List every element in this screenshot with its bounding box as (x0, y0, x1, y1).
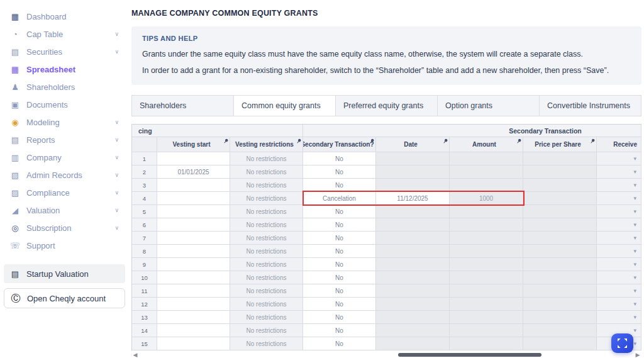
cell-price-per-share[interactable] (523, 232, 597, 245)
cell-receive-dropdown[interactable]: ▾ (597, 245, 641, 258)
cell-receive-dropdown[interactable]: ▾ (597, 311, 641, 324)
cell-date[interactable] (376, 284, 450, 298)
cell-vesting-start[interactable] (157, 205, 230, 218)
column-header-receive[interactable]: Receive (597, 137, 641, 152)
cell-receive-dropdown[interactable]: ▾ (597, 232, 641, 245)
cell-secondary-transaction[interactable]: No (303, 205, 376, 218)
cell-vesting-restrictions[interactable]: No restrictions (230, 258, 303, 271)
sidebar-item-shareholders[interactable]: ♟ Shareholders ∨ (4, 78, 125, 96)
cell-secondary-transaction[interactable]: No (303, 165, 376, 179)
row-number[interactable]: 14 (132, 324, 157, 337)
column-header-date[interactable]: Date (376, 137, 450, 152)
tab-convertible-instruments[interactable]: Convertible Instruments (540, 95, 641, 116)
cell-vesting-restrictions[interactable]: No restrictions (230, 298, 303, 311)
sidebar-item-open-cheqly-account[interactable]: Ⓒ Open Cheqly account (4, 288, 125, 308)
cell-amount[interactable] (450, 284, 523, 298)
cell-vesting-start[interactable] (157, 324, 230, 337)
cell-vesting-start[interactable] (157, 311, 230, 324)
cell-secondary-transaction[interactable]: No (303, 324, 376, 337)
cell-vesting-start[interactable] (157, 284, 230, 298)
cell-date[interactable] (376, 179, 450, 192)
cell-date[interactable] (376, 258, 450, 271)
sidebar-item-support[interactable]: ☏ Support ∨ (4, 237, 125, 254)
cell-receive-dropdown[interactable]: ▾ (597, 284, 641, 298)
cell-price-per-share[interactable] (523, 298, 597, 311)
cell-amount[interactable] (450, 311, 523, 324)
cell-vesting-restrictions[interactable]: No restrictions (230, 165, 303, 179)
cell-secondary-transaction[interactable]: No (303, 179, 376, 192)
cell-receive-dropdown[interactable]: ▾ (597, 205, 641, 218)
row-number[interactable]: 6 (132, 218, 157, 232)
scrollbar-thumb[interactable] (398, 353, 541, 357)
sidebar-item-modeling[interactable]: ◉ Modeling ∨ (4, 113, 125, 131)
cell-receive-dropdown[interactable]: ▾ (597, 165, 641, 179)
cell-amount[interactable] (450, 232, 523, 245)
cell-price-per-share[interactable] (523, 218, 597, 232)
cell-vesting-start[interactable] (157, 192, 230, 205)
row-number[interactable]: 10 (132, 271, 157, 284)
cell-secondary-transaction[interactable]: No (303, 218, 376, 232)
cell-secondary-transaction[interactable]: Cancelation (303, 192, 376, 205)
cell-vesting-start[interactable] (157, 232, 230, 245)
cell-receive-dropdown[interactable]: ▾ (597, 298, 641, 311)
cell-vesting-restrictions[interactable]: No restrictions (230, 232, 303, 245)
row-number[interactable]: 11 (132, 284, 157, 298)
cell-date[interactable] (376, 311, 450, 324)
cell-price-per-share[interactable] (523, 152, 597, 165)
cell-amount[interactable] (450, 337, 523, 350)
cell-vesting-restrictions[interactable]: No restrictions (230, 245, 303, 258)
expand-button[interactable] (611, 333, 633, 353)
cell-receive-dropdown[interactable]: ▾ (597, 271, 641, 284)
cell-receive-dropdown[interactable]: ▾ (597, 152, 641, 165)
cell-price-per-share[interactable] (523, 258, 597, 271)
cell-vesting-restrictions[interactable]: No restrictions (230, 284, 303, 298)
cell-amount[interactable] (450, 298, 523, 311)
sidebar-item-spreadsheet[interactable]: ▦ Spreadsheet ∨ (4, 60, 125, 78)
cell-price-per-share[interactable] (523, 192, 597, 205)
cell-amount[interactable] (450, 152, 523, 165)
cell-vesting-restrictions[interactable]: No restrictions (230, 179, 303, 192)
cell-secondary-transaction[interactable]: No (303, 152, 376, 165)
cell-price-per-share[interactable] (523, 284, 597, 298)
cell-vesting-restrictions[interactable]: No restrictions (230, 324, 303, 337)
row-number[interactable]: 2 (132, 165, 157, 179)
cell-price-per-share[interactable] (523, 337, 597, 350)
cell-date[interactable] (376, 271, 450, 284)
sidebar-item-dashboard[interactable]: ▦ Dashboard ∨ (4, 8, 125, 25)
cell-vesting-start[interactable] (157, 337, 230, 350)
pin-icon[interactable] (222, 137, 230, 145)
cell-receive-dropdown[interactable]: ▾ (597, 192, 641, 205)
column-header-vesting-start[interactable]: Vesting start (157, 137, 230, 152)
cell-amount[interactable] (450, 165, 523, 179)
pin-icon[interactable] (589, 137, 596, 145)
cell-secondary-transaction[interactable]: No (303, 311, 376, 324)
cell-date[interactable] (376, 324, 450, 337)
cell-vesting-start[interactable] (157, 271, 230, 284)
cell-price-per-share[interactable] (523, 311, 597, 324)
tab-preferred-equity-grants[interactable]: Preferred equity grants (336, 95, 438, 116)
cell-date[interactable] (376, 205, 450, 218)
sidebar-item-documents[interactable]: ▣ Documents ∨ (4, 96, 125, 113)
cell-secondary-transaction[interactable]: No (303, 337, 376, 350)
cell-secondary-transaction[interactable]: No (303, 258, 376, 271)
cell-date[interactable] (376, 337, 450, 350)
scroll-left-icon[interactable]: ◀ (131, 352, 139, 358)
column-header-vesting-restrictions[interactable]: Vesting restrictions (230, 137, 303, 152)
cell-price-per-share[interactable] (523, 205, 597, 218)
cell-date[interactable] (376, 298, 450, 311)
cell-vesting-restrictions[interactable]: No restrictions (230, 152, 303, 165)
sidebar-item-subscription[interactable]: ◎ Subscription ∨ (4, 219, 125, 237)
row-number[interactable]: 15 (132, 337, 157, 350)
cell-amount[interactable] (450, 218, 523, 232)
tab-common-equity-grants[interactable]: Common equity grants (234, 95, 336, 116)
cell-price-per-share[interactable] (523, 179, 597, 192)
cell-date[interactable] (376, 152, 450, 165)
sidebar-item-compliance[interactable]: ▨ Compliance ∨ (4, 184, 125, 201)
sidebar-item-admin-records[interactable]: ▧ Admin Records ∨ (4, 166, 125, 184)
cell-vesting-restrictions[interactable]: No restrictions (230, 311, 303, 324)
cell-receive-dropdown[interactable]: ▾ (597, 218, 641, 232)
cell-secondary-transaction[interactable]: No (303, 232, 376, 245)
scroll-right-icon[interactable]: ▶ (634, 352, 641, 358)
cell-date[interactable] (376, 165, 450, 179)
cell-vesting-start[interactable]: 01/01/2025 (157, 165, 230, 179)
